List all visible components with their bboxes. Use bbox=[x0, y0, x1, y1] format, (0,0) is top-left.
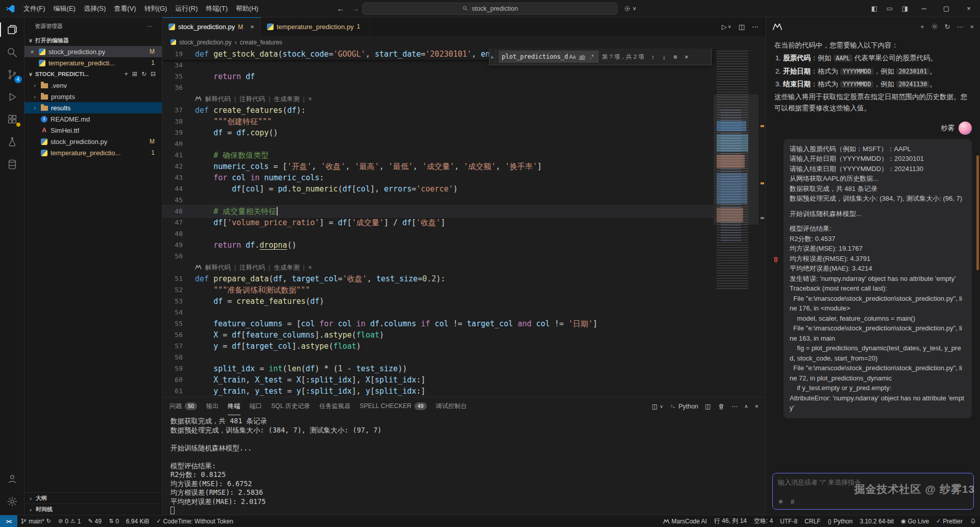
run-python-file-button[interactable]: ▷∨ bbox=[722, 23, 731, 31]
more-actions-icon[interactable]: ⋯ bbox=[147, 23, 153, 30]
minimap[interactable] bbox=[714, 49, 758, 397]
close-icon[interactable]: × bbox=[29, 48, 36, 56]
minimize-button[interactable]: ─ bbox=[913, 0, 935, 17]
sidebar-section-大纲[interactable]: ›大纲 bbox=[24, 492, 162, 504]
refresh-icon[interactable]: ↻ bbox=[141, 70, 146, 78]
tree-item-prompts[interactable]: ›prompts bbox=[24, 91, 162, 102]
split-terminal-icon[interactable]: ◫ bbox=[705, 402, 711, 410]
activity-source-control[interactable]: 4 bbox=[0, 63, 24, 86]
activity-remote-explorer[interactable] bbox=[0, 153, 24, 176]
regex-icon[interactable]: .* bbox=[587, 54, 597, 60]
git-branch-status[interactable]: main* ↻ bbox=[17, 515, 55, 527]
panel-tab-问题[interactable]: 问题50 bbox=[169, 397, 197, 415]
delete-message-icon[interactable] bbox=[772, 256, 779, 263]
history-icon[interactable]: ↻ bbox=[945, 23, 950, 31]
menu-item[interactable]: 运行(R) bbox=[171, 3, 202, 15]
collapse-all-icon[interactable]: ⊟ bbox=[151, 70, 156, 78]
toggle-secondary-sidebar-icon[interactable]: ◨ bbox=[897, 0, 913, 17]
more-actions-icon[interactable]: ⋯ bbox=[731, 402, 738, 410]
encoding-status[interactable]: UTF-8 bbox=[776, 515, 801, 527]
menu-item[interactable]: 终端(T) bbox=[202, 3, 232, 15]
context-hash-icon[interactable]: # bbox=[791, 498, 794, 506]
terminal-instance[interactable]: Python bbox=[670, 403, 698, 410]
ai-action-3[interactable]: 生成单测 bbox=[274, 262, 300, 273]
menu-item[interactable]: 查看(V) bbox=[110, 3, 140, 15]
match-case-icon[interactable]: Aa bbox=[568, 54, 577, 60]
more-actions-icon[interactable]: ⋯ bbox=[752, 23, 758, 31]
panel-tab-输出[interactable]: 输出 bbox=[206, 397, 218, 415]
menu-item[interactable]: 文件(F) bbox=[19, 3, 50, 15]
open-editors-header[interactable]: ∨ 打开的编辑器 bbox=[24, 35, 162, 46]
close-icon[interactable]: × bbox=[250, 23, 254, 31]
terminal-output[interactable]: 数据获取完成，共 481 条记录数据预处理完成，训练集大小: (384, 7),… bbox=[162, 415, 766, 515]
spell-checker-status[interactable]: ✎49 bbox=[84, 515, 105, 527]
close-find-icon[interactable]: × bbox=[681, 53, 692, 61]
close-icon[interactable]: × bbox=[308, 93, 312, 105]
panel-tab-SPELL CHECKER[interactable]: SPELL CHECKER49 bbox=[360, 397, 427, 415]
inline-ai-actions[interactable]: 解释代码|注释代码|生成单测|× bbox=[162, 93, 714, 105]
new-chat-icon[interactable]: + bbox=[920, 23, 924, 31]
breadcrumb-symbol[interactable]: create_features bbox=[240, 39, 282, 46]
tree-item-temperature-predictio---[interactable]: temperature_predictio...1 bbox=[24, 147, 162, 158]
toggle-sidebar-icon[interactable]: ◧ bbox=[867, 0, 882, 17]
tree-item-stock-prediction-py[interactable]: stock_prediction.pyM bbox=[24, 136, 162, 147]
command-center-search[interactable]: stock_prediction bbox=[362, 3, 618, 15]
ai-action-2[interactable]: 注释代码 bbox=[239, 93, 265, 105]
chat-input[interactable]: 输入消息或者 "/" 来选择指令 ✳ # bbox=[772, 473, 974, 510]
manage-button[interactable] bbox=[0, 490, 24, 513]
go-live-status[interactable]: ◉Go Live bbox=[897, 515, 933, 527]
find-input[interactable]: plot_predictions_dynamic Aa ab .* bbox=[499, 51, 599, 63]
gear-icon[interactable] bbox=[931, 23, 938, 30]
close-chat-icon[interactable]: × bbox=[970, 23, 974, 31]
panel-tab-终端[interactable]: 终端 bbox=[228, 397, 240, 415]
tree-item-simhei-ttf[interactable]: ASimHei.ttf bbox=[24, 125, 162, 136]
chat-scrollbar[interactable] bbox=[976, 155, 979, 270]
cursor-position-status[interactable]: 行 46, 列 14 bbox=[710, 515, 750, 527]
activity-testing[interactable] bbox=[0, 131, 24, 153]
maximize-panel-icon[interactable]: ∧ bbox=[744, 403, 748, 409]
panel-tab-端口[interactable]: 端口 bbox=[250, 397, 262, 415]
open-editor-item[interactable]: ×stock_prediction.pyM bbox=[24, 46, 162, 57]
tool-dropdown[interactable]: ∨ bbox=[624, 5, 636, 12]
ports-status[interactable]: ⇅0 bbox=[105, 515, 122, 527]
kill-terminal-icon[interactable] bbox=[718, 403, 725, 410]
back-icon[interactable]: ← bbox=[337, 4, 345, 13]
ai-action-3[interactable]: 生成单测 bbox=[274, 93, 300, 105]
new-folder-icon[interactable]: ⊞ bbox=[132, 70, 137, 78]
breadcrumb-file[interactable]: stock_prediction.py bbox=[179, 39, 232, 46]
ai-action-2[interactable]: 注释代码 bbox=[239, 262, 265, 273]
split-editor-icon[interactable]: ◫ bbox=[739, 23, 745, 31]
accounts-button[interactable] bbox=[0, 468, 24, 490]
find-next-icon[interactable]: ↓ bbox=[658, 53, 670, 61]
launch-profile-button[interactable]: ◫∨ bbox=[652, 402, 663, 410]
prettier-status[interactable]: ✓Prettier bbox=[933, 515, 966, 527]
problems-status[interactable]: ⊘0 ⚠1 bbox=[55, 515, 84, 527]
python-interpreter-status[interactable]: 3.10.2 64-bit bbox=[856, 515, 897, 527]
activity-run-debug[interactable] bbox=[0, 86, 24, 108]
file-size-status[interactable]: 6.94 KiB bbox=[122, 515, 153, 527]
activity-explorer[interactable] bbox=[0, 18, 24, 41]
editor-tab[interactable]: temperature_prediction.py1 bbox=[261, 17, 370, 36]
menu-item[interactable]: 编辑(E) bbox=[50, 3, 80, 15]
new-file-icon[interactable]: + bbox=[125, 70, 128, 78]
inline-ai-actions[interactable]: 解释代码|注释代码|生成单测|× bbox=[162, 262, 714, 273]
whole-word-icon[interactable]: ab bbox=[577, 54, 587, 60]
tree-item-results[interactable]: ›results bbox=[24, 102, 162, 113]
panel-tab-SQL 历史记录[interactable]: SQL 历史记录 bbox=[271, 397, 310, 415]
panel-tab-调试控制台[interactable]: 调试控制台 bbox=[436, 397, 467, 415]
close-panel-icon[interactable]: × bbox=[755, 403, 758, 410]
code-editor[interactable]: 19def get_stock_data(stock_code='GOOGL',… bbox=[162, 49, 766, 397]
activity-extensions[interactable] bbox=[0, 108, 24, 131]
more-actions-icon[interactable]: ⋯ bbox=[957, 23, 963, 31]
find-previous-icon[interactable]: ↑ bbox=[647, 53, 658, 61]
ai-action-1[interactable]: 解释代码 bbox=[205, 262, 231, 273]
find-in-selection-icon[interactable]: ≡ bbox=[670, 53, 681, 61]
codetime-status[interactable]: ✓CodeTime: Without Token bbox=[153, 515, 237, 527]
toggle-replace-icon[interactable]: ▸ bbox=[489, 49, 496, 65]
skills-icon[interactable]: ✳ bbox=[778, 498, 783, 506]
language-mode-status[interactable]: {}Python bbox=[824, 515, 856, 527]
menu-item[interactable]: 转到(G) bbox=[140, 3, 172, 15]
activity-search[interactable] bbox=[0, 41, 24, 63]
workspace-folder-header[interactable]: ∨ STOCK_PREDICTI... + ⊞ ↻ ⊟ bbox=[24, 68, 162, 80]
close-button[interactable]: × bbox=[958, 0, 980, 17]
